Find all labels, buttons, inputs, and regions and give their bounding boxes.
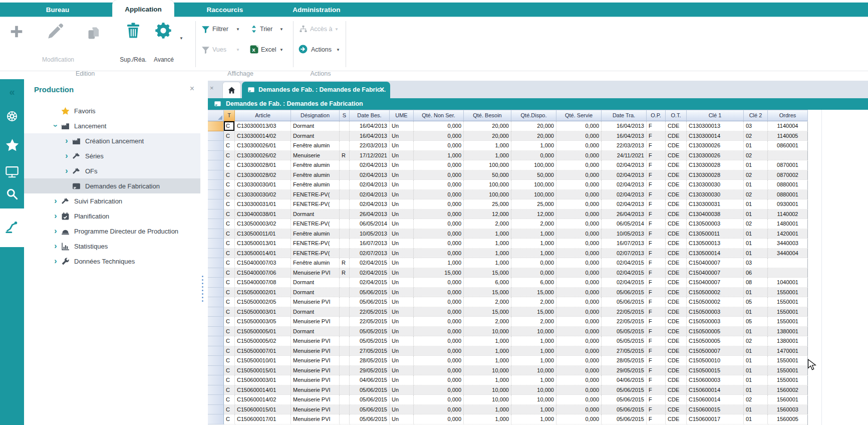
cell-date_bes[interactable]: 27/05/2015: [350, 346, 390, 356]
cell-qte_non_ser[interactable]: 0,000: [414, 180, 464, 190]
cell-date_tra[interactable]: 02/04/2015: [602, 268, 647, 278]
cell-article[interactable]: C130500011/01: [235, 229, 291, 239]
cell-qte_dispo[interactable]: 1,000: [511, 375, 556, 385]
cell-ordres[interactable]: 1140005: [768, 131, 808, 141]
cell-designation[interactable]: Dormant: [291, 121, 340, 131]
cell-ordres[interactable]: 0880001: [768, 180, 808, 190]
cell-qte_servie[interactable]: 0,000: [556, 356, 602, 366]
cell-date_bes[interactable]: 05/05/2015: [350, 336, 390, 346]
cell-ume[interactable]: Un: [390, 307, 414, 317]
cell-date_bes[interactable]: 06/05/2014: [350, 219, 390, 229]
cell-qte_dispo[interactable]: 25,000: [511, 199, 556, 209]
cell-op[interactable]: F: [647, 199, 666, 209]
cell-date_tra[interactable]: 10/05/2013: [602, 229, 647, 239]
cell-cle2[interactable]: 01: [744, 141, 768, 151]
cell-t[interactable]: C: [224, 219, 235, 229]
table-row[interactable]: CC150500002/01Dormant05/06/2015Un0,00015…: [208, 288, 807, 298]
cell-article[interactable]: C130300030/01: [235, 180, 291, 190]
cell-s[interactable]: [340, 307, 350, 317]
cell-qte_servie[interactable]: 0,000: [556, 336, 602, 346]
cell-qte_non_ser[interactable]: 0,000: [414, 395, 464, 405]
cell-date_bes[interactable]: 26/04/2013: [350, 209, 390, 220]
cell-qte_dispo[interactable]: 1,000: [511, 405, 556, 415]
cell-op[interactable]: F: [647, 317, 666, 327]
cell-ot[interactable]: CDE: [666, 249, 687, 259]
cell-s[interactable]: [340, 209, 350, 220]
cell-cle1[interactable]: C150400007: [687, 268, 744, 278]
cell-sel[interactable]: [208, 268, 224, 278]
cell-qte_besoin[interactable]: 10,000: [464, 327, 511, 337]
cell-sel[interactable]: [208, 160, 224, 170]
cell-qte_besoin[interactable]: 1,000: [464, 356, 511, 366]
cell-ume[interactable]: Un: [390, 278, 414, 288]
cell-s[interactable]: [340, 385, 350, 395]
table-row[interactable]: CC150600015/01Menuiserie PVI05/06/2015Un…: [208, 405, 807, 415]
cell-s[interactable]: [340, 190, 350, 200]
cell-date_tra[interactable]: 04/06/2015: [602, 375, 647, 385]
cell-sel[interactable]: [208, 288, 224, 298]
cell-qte_servie[interactable]: 0,000: [556, 121, 602, 131]
cell-cle1[interactable]: C150600015: [687, 405, 744, 415]
cell-t[interactable]: C: [224, 346, 235, 356]
cell-sel[interactable]: [208, 317, 224, 327]
cell-ume[interactable]: Un: [390, 346, 414, 356]
cell-date_tra[interactable]: 27/05/2015: [602, 346, 647, 356]
cell-qte_non_ser[interactable]: 0,000: [414, 327, 464, 337]
cell-ordres[interactable]: 1550001: [768, 375, 808, 385]
cell-qte_besoin[interactable]: 1,000: [464, 346, 511, 356]
actions-caret-icon[interactable]: ▼: [336, 48, 340, 52]
cell-article[interactable]: C150600014/01: [235, 385, 291, 395]
cell-qte_dispo[interactable]: 50,000: [511, 170, 556, 180]
cell-qte_non_ser[interactable]: 0,000: [414, 414, 464, 424]
cell-ordres[interactable]: 0870001: [768, 160, 808, 170]
cell-qte_non_ser[interactable]: 0,000: [414, 346, 464, 356]
cell-t[interactable]: C: [224, 141, 235, 151]
cell-t[interactable]: C: [224, 288, 235, 298]
cell-ot[interactable]: CDE: [666, 327, 687, 337]
cell-sel[interactable]: [208, 327, 224, 337]
table-row[interactable]: CC130300026/01Fenêtre alumin22/03/2013Un…: [208, 141, 807, 151]
cell-date_tra[interactable]: 22/05/2015: [602, 307, 647, 317]
cell-cle1[interactable]: C150400007: [687, 278, 744, 288]
cell-t[interactable]: C: [224, 405, 235, 415]
cell-qte_servie[interactable]: 0,000: [556, 131, 602, 141]
cell-cle1[interactable]: C150500007: [687, 346, 744, 356]
cell-op[interactable]: F: [647, 327, 666, 337]
column-header-date_bes[interactable]: Date Bes.: [350, 110, 390, 121]
tab-close-icon[interactable]: ✕: [379, 86, 385, 93]
cell-ordres[interactable]: 0860001: [768, 141, 808, 151]
cell-designation[interactable]: Fenêtre alumin: [291, 160, 340, 170]
cell-s[interactable]: [340, 180, 350, 190]
cell-ume[interactable]: Un: [390, 239, 414, 249]
cell-date_bes[interactable]: 04/06/2015: [350, 375, 390, 385]
cell-qte_servie[interactable]: 0,000: [556, 278, 602, 288]
cell-op[interactable]: F: [647, 356, 666, 366]
cell-ot[interactable]: CDE: [666, 180, 687, 190]
cell-sel[interactable]: [208, 297, 224, 307]
cell-cle1[interactable]: C150500003: [687, 317, 744, 327]
cell-qte_dispo[interactable]: 1,000: [511, 336, 556, 346]
cell-t[interactable]: C: [224, 160, 235, 170]
cell-designation[interactable]: Menuiserie PVI: [291, 356, 340, 366]
cell-qte_dispo[interactable]: 1,000: [511, 141, 556, 151]
cell-article[interactable]: C150400007/08: [235, 278, 291, 288]
cell-qte_non_ser[interactable]: 0,000: [414, 278, 464, 288]
cell-cle2[interactable]: 02: [744, 219, 768, 229]
table-row[interactable]: CC130500011/01Fenêtre alumin10/05/2013Un…: [208, 229, 807, 239]
cell-t[interactable]: C: [224, 317, 235, 327]
sidebar-item[interactable]: ›Séries: [24, 148, 200, 163]
cell-qte_besoin[interactable]: 1,000: [464, 375, 511, 385]
cell-cle2[interactable]: 01: [744, 160, 768, 170]
cell-sel[interactable]: [208, 249, 224, 259]
cell-cle1[interactable]: C130300028: [687, 170, 744, 180]
cell-ot[interactable]: CDE: [666, 288, 687, 298]
cell-sel[interactable]: [208, 336, 224, 346]
cell-qte_dispo[interactable]: 100,000: [511, 190, 556, 200]
cell-qte_dispo[interactable]: 1,000: [511, 356, 556, 366]
cell-cle1[interactable]: C150500002: [687, 297, 744, 307]
cell-ume[interactable]: Un: [390, 229, 414, 239]
cell-qte_servie[interactable]: 0,000: [556, 170, 602, 180]
chevron-right-icon[interactable]: ›: [61, 167, 72, 174]
cell-ume[interactable]: Un: [390, 258, 414, 268]
cell-op[interactable]: F: [647, 170, 666, 180]
